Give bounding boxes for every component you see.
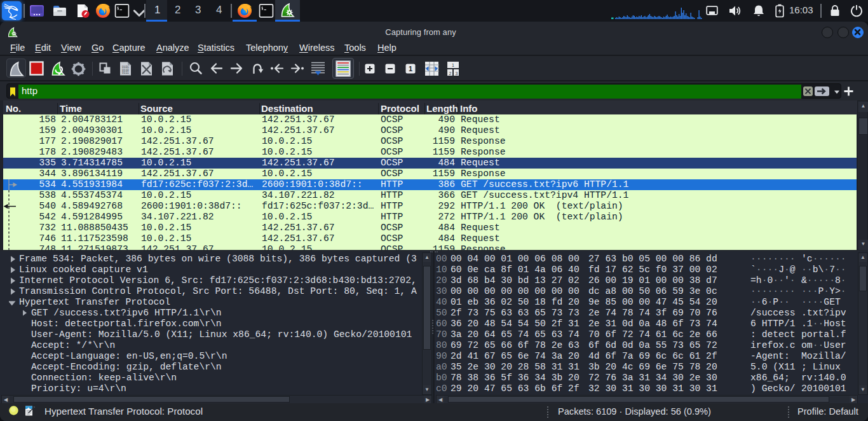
svg-text:1: 1 [409, 65, 412, 72]
svg-text:2: 2 [449, 71, 452, 76]
svg-text:1: 1 [452, 63, 454, 67]
svg-text:0111: 0111 [122, 71, 129, 74]
svg-text:3: 3 [456, 71, 458, 76]
